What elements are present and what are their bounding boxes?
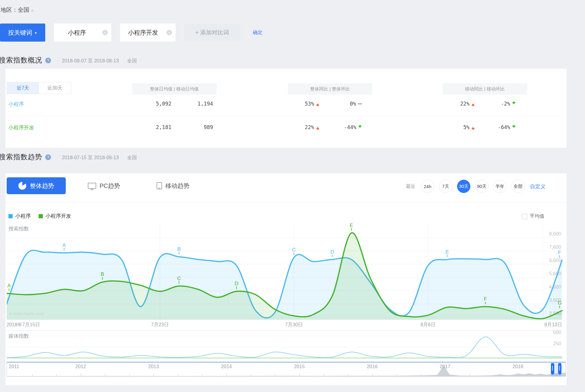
annotation-A: A xyxy=(62,242,66,248)
keyword-tag-1[interactable]: 小程序 + xyxy=(54,24,111,42)
tab-last-7-days[interactable]: 近7天 xyxy=(7,82,39,94)
x-axis-tick-label: 8月6日 xyxy=(410,322,446,328)
annotation-C: C xyxy=(177,276,181,281)
tab-overall-trend-label: 整体趋势 xyxy=(30,182,54,190)
tab-mobile-trend-label: 移动趋势 xyxy=(165,182,189,190)
mobile-yoy-value: 5% xyxy=(430,124,475,131)
timeline-year-label: 2015 xyxy=(294,364,305,369)
y-axis-tick-label: 8,600 xyxy=(549,231,561,236)
range-pill-90天[interactable]: 90天 xyxy=(475,180,488,193)
timeline-year-label: 2018 xyxy=(513,364,523,369)
mobile-mom-value: -2% xyxy=(474,101,516,107)
overview-table-row: 小程序开发 2,181 989 22% -44% 5% -64% xyxy=(5,118,567,135)
timeline-tick xyxy=(251,374,251,376)
keyword-tag-2[interactable]: 小程序开发 + xyxy=(120,24,176,42)
overall-daily-avg-value: 5,092 xyxy=(132,101,171,107)
timeline-year-label: 2017 xyxy=(440,364,450,369)
down-arrow-icon xyxy=(512,102,516,106)
overall-yoy-value: 53% xyxy=(275,101,320,107)
y-axis-tick-label: 7,600 xyxy=(549,245,561,250)
chevron-down-icon: ▼ xyxy=(34,31,37,35)
filter-by-keyword-button[interactable]: 按关键词 ▼ xyxy=(0,24,45,42)
column-header-overall-compare: 整体同比 | 整体环比 xyxy=(288,83,372,95)
down-arrow-icon xyxy=(512,125,516,130)
search-index-chart[interactable]: 8,6007,6006,6005,6004,6003,6002,600ABCDE… xyxy=(7,223,563,323)
help-icon[interactable]: ? xyxy=(45,154,51,160)
average-checkbox[interactable]: 平均值 xyxy=(522,213,544,220)
overview-region: 全国 xyxy=(127,58,137,63)
legend-item[interactable]: 小程序开发 xyxy=(39,213,71,220)
add-circle-icon[interactable]: + xyxy=(167,30,172,35)
tab-overall-trend[interactable]: 整体趋势 xyxy=(7,177,66,194)
media-y-tick-label: 500 xyxy=(553,330,561,335)
custom-range-link[interactable]: 自定义 xyxy=(530,183,545,190)
timeline-tick xyxy=(396,374,397,376)
annotation-D: D xyxy=(235,281,238,286)
region-label: 地区：全国 xyxy=(1,7,29,13)
add-compare-word-button[interactable]: + 添加对比词 xyxy=(184,24,240,42)
timeline-tick xyxy=(445,374,445,376)
x-axis-tick-label: 7月23日 xyxy=(142,322,178,328)
divider xyxy=(5,203,567,203)
column-header-daily-avg: 整体日均值 | 移动日均值 xyxy=(132,83,217,95)
row-divider xyxy=(8,116,562,116)
tab-pc-trend[interactable]: PC趋势 xyxy=(88,177,120,194)
time-range-group: 最近 24h7天30天90天半年全部 自定义 xyxy=(406,180,545,193)
timeline-tick xyxy=(32,374,33,376)
overall-yoy-value: 22% xyxy=(275,124,320,131)
trend-date-range: 2018-07-15 至 2018-08-13 xyxy=(62,155,119,160)
annotation-F: F xyxy=(484,296,487,302)
column-header-mobile-compare: 移动同比 | 移动环比 xyxy=(443,83,527,95)
annotation-B: B xyxy=(177,246,181,252)
timeline-tick xyxy=(469,374,470,376)
checkbox-icon[interactable] xyxy=(522,214,527,219)
flat-arrow-icon xyxy=(358,103,362,104)
watermark: © index.baidu.com xyxy=(9,311,44,316)
help-icon[interactable]: ? xyxy=(45,58,51,63)
range-pill-24h[interactable]: 24h xyxy=(421,180,434,193)
range-pill-全部[interactable]: 全部 xyxy=(511,180,525,193)
confirm-button[interactable]: 确定 xyxy=(253,30,262,36)
timeline-tick xyxy=(178,374,178,376)
legend-swatch-icon xyxy=(8,214,13,218)
trend-region: 全国 xyxy=(127,155,137,160)
tab-mobile-trend[interactable]: 移动趋势 xyxy=(157,177,189,194)
timeline-tick xyxy=(81,374,81,376)
timeline-drag-handle-left[interactable] xyxy=(551,363,554,375)
media-index-chart[interactable]: 500250 xyxy=(7,330,563,359)
timeline-tick xyxy=(494,374,494,376)
overall-mom-value: -44% xyxy=(317,124,362,131)
overview-date-range: 2018-08-07 至 2018-08-13 xyxy=(62,58,119,63)
timeline-tick xyxy=(275,374,275,376)
timeline-year-label: 2011 xyxy=(9,364,19,369)
add-circle-icon[interactable]: + xyxy=(102,30,108,35)
x-axis-labels: 2018年7月15日7月23日7月30日8月6日8月13日 xyxy=(7,322,562,328)
timeline-tick xyxy=(105,374,105,376)
x-axis-tick-label: 7月30日 xyxy=(276,322,312,328)
media-index-axis-label: 媒体指数 xyxy=(8,333,29,340)
tab-last-30-days[interactable]: 近30天 xyxy=(39,82,71,94)
timeline-year-label: 2014 xyxy=(221,364,232,369)
timeline-navigator[interactable]: 20112012201320142015201620172018 xyxy=(7,362,566,377)
search-index-trend-panel: 整体趋势 PC趋势 移动趋势 最近 24h7天30天90天半年全部 自定义 小程… xyxy=(5,173,567,385)
legend-swatch-icon xyxy=(39,214,43,218)
range-pill-30天[interactable]: 30天 xyxy=(457,180,470,193)
annotation-F: F xyxy=(558,250,561,255)
timeline-tick xyxy=(421,374,421,376)
keyword-link[interactable]: 小程序 xyxy=(8,101,24,108)
annotation-A: A xyxy=(7,283,11,289)
annotation-D: D xyxy=(330,249,334,255)
legend-item[interactable]: 小程序 xyxy=(8,213,31,220)
chart-legend: 小程序小程序开发 xyxy=(8,213,79,220)
monitor-icon xyxy=(88,183,96,189)
range-pill-7天[interactable]: 7天 xyxy=(439,180,452,193)
x-axis-tick-label: 2018年7月15日 xyxy=(7,322,40,328)
region-selector[interactable]: 地区：全国▸ xyxy=(1,6,34,14)
keyword-link[interactable]: 小程序开发 xyxy=(8,124,34,131)
timeline-drag-handle-right[interactable] xyxy=(558,363,561,375)
timeline-tick xyxy=(542,374,542,376)
range-pill-半年[interactable]: 半年 xyxy=(493,180,507,193)
timeline-tick xyxy=(299,374,300,376)
timeline-year-label: 2016 xyxy=(367,364,378,369)
overview-title: 搜索指数概况 xyxy=(0,56,42,64)
